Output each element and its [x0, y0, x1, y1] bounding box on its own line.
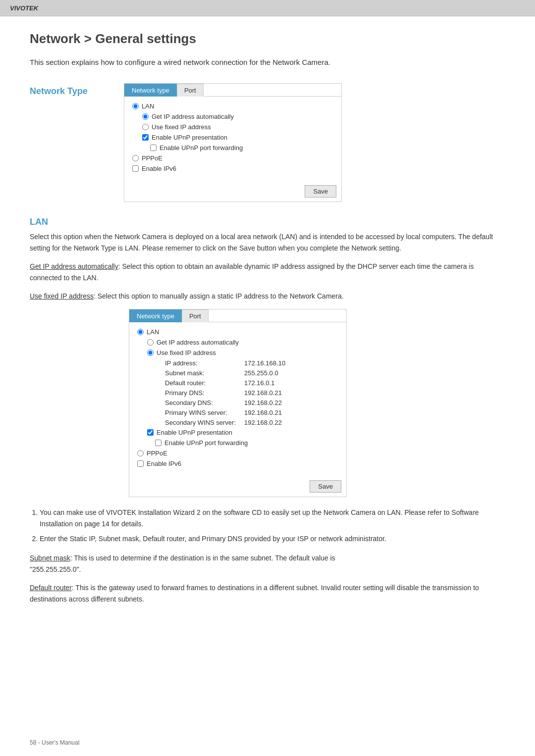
upnp-presentation-checkbox-2[interactable] — [147, 429, 154, 436]
subnet-mask-desc: : This is used to determine if the desti… — [70, 554, 335, 562]
default-router-para: Default router: This is the gateway used… — [30, 582, 505, 605]
brand-label: VIVOTEK — [10, 4, 38, 12]
tab-network-type-2[interactable]: Network type — [129, 309, 182, 322]
lan-description: Select this option when the Network Came… — [30, 231, 505, 254]
default-router-link: Default router — [30, 584, 72, 592]
tab-port-1[interactable]: Port — [177, 84, 204, 97]
use-fixed-ip-row-2: Use fixed IP address — [147, 349, 338, 356]
lan-radio[interactable] — [132, 103, 139, 109]
use-fixed-ip-label-1: Use fixed IP address — [152, 123, 211, 131]
upnp-port-fwd-label-2: Enable UPnP port forwarding — [164, 439, 248, 447]
ipv6-row: Enable IPv6 — [132, 165, 333, 172]
config-box-1: Network type Port LAN Get IP address aut… — [124, 83, 342, 202]
tab-bar-2: Network type Port — [129, 309, 346, 322]
config-body-2: LAN Get IP address automatically Use fix… — [129, 322, 346, 476]
network-type-label: Network Type — [30, 83, 109, 97]
save-button-1[interactable]: Save — [305, 185, 336, 198]
get-ip-auto-label-2: Get IP address automatically — [157, 339, 239, 346]
default-router-desc: : This is the gateway used to forward fr… — [30, 584, 479, 603]
pppoe-row-2: PPPoE — [137, 450, 338, 457]
ipv6-checkbox-2[interactable] — [137, 460, 144, 467]
get-ip-auto-row: Get IP address automatically — [142, 113, 333, 120]
subnet-mask-link: Subnet mask — [30, 554, 70, 562]
use-fixed-ip-row: Use fixed IP address — [142, 123, 333, 131]
get-ip-auto-radio-2[interactable] — [147, 339, 154, 346]
field-value-5: 192.168.0.21 — [244, 409, 282, 416]
pppoe-radio[interactable] — [132, 155, 139, 161]
upnp-port-fwd-checkbox-2[interactable] — [155, 440, 161, 446]
use-fixed-ip-para: Use fixed IP address: Select this option… — [30, 291, 505, 302]
field-label-6: Secondary WINS server: — [165, 419, 244, 426]
field-label-0: IP address: — [165, 359, 244, 367]
pppoe-label-1: PPPoE — [142, 154, 162, 162]
pppoe-label-2: PPPoE — [147, 450, 167, 457]
upnp-port-fwd-label-1: Enable UPnP port forwarding — [160, 144, 243, 151]
get-ip-auto-para: Get IP address automatically: Select thi… — [30, 261, 505, 284]
get-ip-auto-radio[interactable] — [142, 113, 149, 120]
field-row-4: Secondary DNS:192.168.0.22 — [165, 399, 338, 406]
tab-port-2[interactable]: Port — [182, 309, 209, 322]
save-row-1: Save — [124, 181, 341, 202]
upnp-port-fwd-checkbox[interactable] — [150, 145, 157, 151]
field-value-2: 172.16.0.1 — [244, 379, 274, 387]
field-value-6: 192.168.0.22 — [244, 419, 282, 426]
lan-label-1: LAN — [142, 102, 154, 110]
ipv6-row-2: Enable IPv6 — [137, 460, 338, 467]
field-value-3: 192.168.0.21 — [244, 389, 282, 397]
use-fixed-ip-desc: : Select this option to manually assign … — [94, 292, 344, 300]
use-fixed-ip-radio[interactable] — [142, 124, 149, 130]
field-row-1: Subnet mask:255.255.0.0 — [165, 369, 338, 377]
get-ip-auto-link: Get IP address automatically — [30, 262, 118, 270]
get-ip-auto-row-2: Get IP address automatically — [147, 339, 338, 346]
field-value-4: 192.168.0.22 — [244, 399, 282, 406]
save-button-2[interactable]: Save — [310, 480, 341, 493]
upnp-presentation-label-2: Enable UPnP presentation — [157, 429, 232, 436]
upnp-port-fwd-row-2: Enable UPnP port forwarding — [155, 439, 338, 447]
config-body-1: LAN Get IP address automatically Use fix… — [124, 97, 341, 181]
lan-label-2: LAN — [147, 328, 159, 336]
field-label-1: Subnet mask: — [165, 369, 244, 377]
ipv6-checkbox[interactable] — [132, 165, 139, 172]
upnp-presentation-row-2: Enable UPnP presentation — [147, 429, 338, 436]
field-label-4: Secondary DNS: — [165, 399, 244, 406]
lan-radio-row-2: LAN — [137, 328, 338, 336]
field-row-0: IP address:172.16.168.10 — [165, 359, 338, 367]
ipv6-label-1: Enable IPv6 — [142, 165, 176, 172]
subnet-mask-value: "255.255.255.0". — [30, 565, 81, 573]
field-row-5: Primary WINS server:192.168.0.21 — [165, 409, 338, 416]
lan-heading: LAN — [30, 217, 505, 227]
field-label-2: Default router: — [165, 379, 244, 387]
lan-radio-row: LAN — [132, 102, 333, 110]
config-box-2: Network type Port LAN Get IP address aut… — [129, 309, 347, 497]
ipv6-label-2: Enable IPv6 — [147, 460, 181, 467]
field-row-6: Secondary WINS server:192.168.0.22 — [165, 419, 338, 426]
upnp-presentation-checkbox[interactable] — [142, 134, 149, 141]
footer-text: 58 - User's Manual — [30, 739, 79, 746]
page-title: Network > General settings — [30, 31, 505, 47]
field-row-3: Primary DNS:192.168.0.21 — [165, 389, 338, 397]
field-value-0: 172.16.168.10 — [244, 359, 285, 367]
note-item-1: You can make use of VIVOTEK Installation… — [40, 507, 505, 529]
upnp-presentation-label-1: Enable UPnP presentation — [152, 134, 227, 141]
field-row-2: Default router:172.16.0.1 — [165, 379, 338, 387]
lan-radio-2[interactable] — [137, 329, 144, 335]
field-label-5: Primary WINS server: — [165, 409, 244, 416]
field-label-3: Primary DNS: — [165, 389, 244, 397]
use-fixed-ip-label-2: Use fixed IP address — [157, 349, 216, 356]
subnet-mask-para: Subnet mask: This is used to determine i… — [30, 553, 505, 575]
upnp-port-fwd-row: Enable UPnP port forwarding — [150, 144, 333, 151]
tab-network-type-1[interactable]: Network type — [124, 84, 177, 97]
fields-container: IP address:172.16.168.10Subnet mask:255.… — [137, 359, 338, 426]
pppoe-radio-2[interactable] — [137, 450, 144, 456]
use-fixed-ip-link: Use fixed IP address — [30, 292, 94, 300]
use-fixed-ip-radio-2[interactable] — [147, 350, 154, 356]
intro-text: This section explains how to configure a… — [30, 56, 505, 68]
pppoe-row: PPPoE — [132, 154, 333, 162]
notes-list: You can make use of VIVOTEK Installation… — [40, 507, 505, 544]
lan-section: LAN Select this option when the Network … — [30, 217, 505, 302]
get-ip-auto-label-1: Get IP address automatically — [152, 113, 234, 120]
network-type-section: Network Type Network type Port LAN — [30, 83, 505, 202]
save-row-2: Save — [129, 476, 346, 497]
upnp-presentation-row: Enable UPnP presentation — [142, 134, 333, 141]
tab-bar-1: Network type Port — [124, 84, 341, 97]
